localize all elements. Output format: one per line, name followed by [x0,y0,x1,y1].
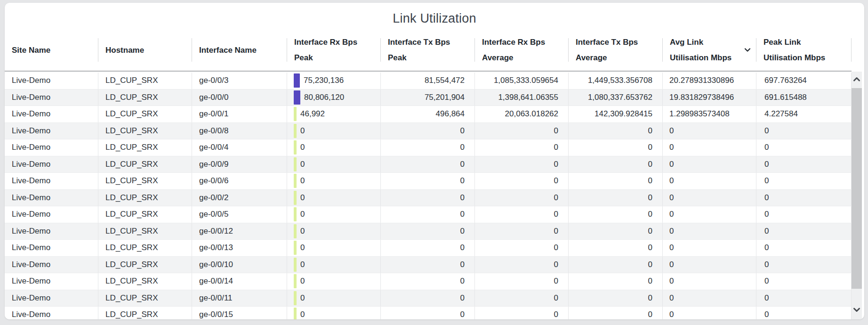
cell-rx-peak-value: 0 [300,160,305,169]
gauge-bar [294,140,297,154]
cell-avg-link-utilisation-mbps: 0 [663,139,756,156]
cell-interface-tx-bps-peak: 0 [381,173,475,189]
cell-interface-rx-bps-peak: 0 [287,307,381,319]
cell-interface-tx-bps-average: 0 [569,206,663,223]
cell-interface-name: ge-0/0/14 [192,273,287,290]
cell-interface-name: ge-0/0/15 [192,307,287,319]
cell-interface-name: ge-0/0/11 [192,290,287,307]
cell-avg-link-utilisation-mbps: 19.831829738496 [663,89,756,106]
gauge-bar [294,258,297,272]
column-header-site-name[interactable]: Site Name [5,29,98,71]
cell-interface-rx-bps-peak: 0 [287,173,381,189]
cell-avg-link-utilisation-mbps: 0 [663,273,756,290]
cell-peak-link-utilisation-mbps: 0 [756,206,852,223]
gauge-bar [294,207,297,221]
cell-interface-rx-bps-peak: 0 [287,123,381,139]
scroll-down-button[interactable] [852,303,862,317]
column-header-label: Average [482,50,569,65]
column-header-avg-link-utilisation-mbps[interactable]: Avg LinkUtilisation Mbps [663,29,756,71]
table-header-row: Site NameHostnameInterface NameInterface… [5,29,852,72]
cell-interface-name: ge-0/0/13 [192,240,287,256]
cell-interface-name: ge-0/0/5 [192,206,287,223]
cell-hostname: LD_CUP_SRX [98,206,192,223]
link-utilization-panel: Link Utilization Site NameHostnameInterf… [5,3,864,319]
cell-interface-rx-bps-average: 0 [475,173,569,189]
cell-interface-rx-bps-peak: 0 [287,273,381,290]
cell-hostname: LD_CUP_SRX [98,89,192,106]
cell-interface-tx-bps-peak: 81,554,472 [381,73,475,89]
table-row: Live-Demo LD_CUP_SRX ge-0/0/10 0 0 0 0 0… [5,257,852,274]
table-row: Live-Demo LD_CUP_SRX ge-0/0/5 0 0 0 0 0 … [5,206,852,223]
cell-interface-tx-bps-average: 0 [569,123,663,139]
cell-interface-name: ge-0/0/9 [192,156,287,173]
cell-peak-link-utilisation-mbps: 0 [756,123,852,139]
table-row: Live-Demo LD_CUP_SRX ge-0/0/9 0 0 0 0 0 … [5,156,852,173]
cell-interface-tx-bps-peak: 496,864 [381,106,475,122]
cell-interface-name: ge-0/0/6 [192,173,287,189]
cell-interface-tx-bps-peak: 0 [381,123,475,139]
cell-interface-name: ge-0/0/8 [192,123,287,139]
cell-site-name: Live-Demo [5,106,98,122]
cell-site-name: Live-Demo [5,139,98,156]
column-header-peak-link-utilisation-mbps[interactable]: Peak LinkUtilisation Mbps [756,29,852,71]
chevron-up-icon [853,75,860,84]
column-header-interface-rx-bps-peak[interactable]: Interface Rx BpsPeak [287,29,381,71]
gauge-bar [294,308,297,319]
gauge-bar [294,73,300,88]
gauge-bar [294,274,297,288]
cell-interface-rx-bps-peak: 0 [287,223,381,240]
cell-site-name: Live-Demo [5,190,98,206]
table-row: Live-Demo LD_CUP_SRX ge-0/0/0 80,806,120… [5,89,852,106]
gauge-bar [294,191,297,205]
cell-hostname: LD_CUP_SRX [98,173,192,189]
column-header-label: Average [576,50,663,65]
column-header-interface-tx-bps-average[interactable]: Interface Tx BpsAverage [569,29,663,71]
cell-interface-tx-bps-peak: 0 [381,223,475,240]
cell-site-name: Live-Demo [5,290,98,307]
cell-hostname: LD_CUP_SRX [98,123,192,139]
column-header-hostname[interactable]: Hostname [98,29,192,71]
cell-hostname: LD_CUP_SRX [98,139,192,156]
cell-interface-name: ge-0/0/0 [192,89,287,106]
cell-interface-name: ge-0/0/12 [192,223,287,240]
scroll-up-button[interactable] [852,72,862,88]
column-header-interface-name[interactable]: Interface Name [192,29,287,71]
cell-site-name: Live-Demo [5,173,98,189]
cell-interface-tx-bps-average: 1,080,337.653762 [569,89,663,106]
cell-site-name: Live-Demo [5,273,98,290]
cell-interface-tx-bps-peak: 0 [381,273,475,290]
cell-interface-tx-bps-average: 1,449,533.356708 [569,73,663,89]
cell-avg-link-utilisation-mbps: 0 [663,206,756,223]
scrollbar-thumb[interactable] [852,88,862,289]
column-header-interface-rx-bps-average[interactable]: Interface Rx BpsAverage [475,29,569,71]
column-header-label: Peak Link [764,34,852,50]
cell-hostname: LD_CUP_SRX [98,73,192,89]
cell-interface-rx-bps-peak: 0 [287,206,381,223]
gauge-bar [294,157,297,171]
cell-rx-peak-value: 0 [300,293,305,303]
cell-hostname: LD_CUP_SRX [98,307,192,319]
cell-rx-peak-value: 0 [300,227,305,236]
cell-rx-peak-value: 0 [300,243,305,252]
cell-avg-link-utilisation-mbps: 0 [663,223,756,240]
cell-peak-link-utilisation-mbps: 0 [756,173,852,189]
column-header-interface-tx-bps-peak[interactable]: Interface Tx BpsPeak [381,29,475,71]
cell-avg-link-utilisation-mbps: 1.298983573408 [663,106,756,122]
cell-site-name: Live-Demo [5,257,98,273]
cell-hostname: LD_CUP_SRX [98,257,192,273]
cell-hostname: LD_CUP_SRX [98,290,192,307]
cell-interface-tx-bps-average: 0 [569,273,663,290]
gauge-bar [294,224,297,238]
cell-site-name: Live-Demo [5,240,98,256]
cell-interface-rx-bps-average: 0 [475,273,569,290]
cell-interface-name: ge-0/0/3 [192,73,287,89]
cell-interface-tx-bps-peak: 0 [381,290,475,307]
sort-desc-chevron-down-icon [742,45,753,55]
cell-rx-peak-value: 0 [300,276,305,286]
column-header-label: Peak [294,50,381,65]
cell-interface-tx-bps-average: 0 [569,240,663,256]
cell-peak-link-utilisation-mbps: 0 [756,307,852,319]
vertical-scrollbar[interactable] [852,72,862,319]
cell-interface-rx-bps-average: 0 [475,223,569,240]
cell-peak-link-utilisation-mbps: 0 [756,290,852,307]
